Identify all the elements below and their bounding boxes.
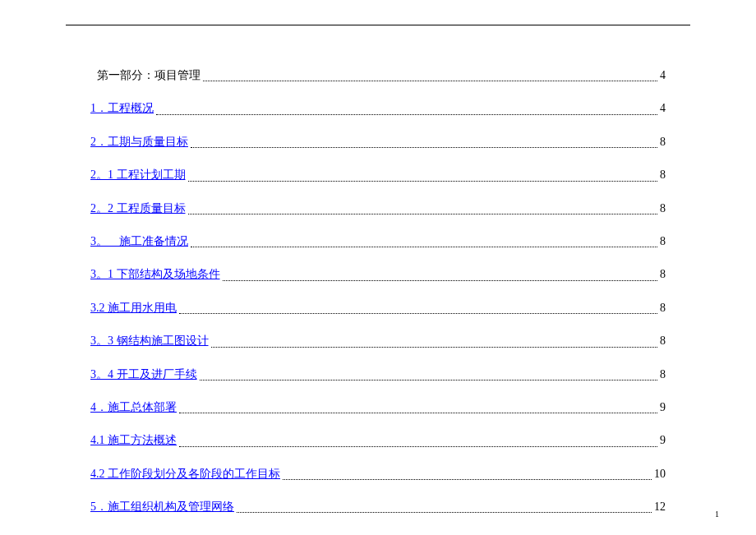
- toc-entry: 第一部分：项目管理4: [97, 67, 666, 85]
- toc-leader-dots: [237, 512, 652, 513]
- toc-link[interactable]: 3。1 下部结构及场地条件: [90, 265, 220, 284]
- toc-leader-dots: [179, 313, 657, 314]
- toc-leader-dots: [223, 280, 658, 281]
- toc-link[interactable]: 3。4 开工及进厂手续: [90, 366, 197, 384]
- toc-entry: 4.2 工作阶段划分及各阶段的工作目标10: [90, 465, 666, 483]
- toc-leader-dots: [211, 347, 658, 348]
- toc-entry: 3。4 开工及进厂手续8: [90, 366, 666, 384]
- toc-link[interactable]: 2。2 工程质量目标: [90, 200, 186, 218]
- toc-entry: 2。1 工程计划工期8: [90, 166, 666, 184]
- toc-page-number: 10: [654, 465, 666, 483]
- toc-link[interactable]: 5．施工组织机构及管理网络: [90, 498, 234, 516]
- toc-link: 第一部分：项目管理: [97, 67, 201, 85]
- toc-entry: 3。 施工准备情况8: [90, 233, 666, 251]
- horizontal-rule: [66, 25, 690, 25]
- toc-entry: 3.2 施工用水用电8: [90, 299, 666, 317]
- toc-link[interactable]: 3。 施工准备情况: [90, 233, 188, 251]
- toc-link[interactable]: 2．工期与质量目标: [90, 133, 188, 151]
- page-number: 1: [715, 510, 719, 519]
- table-of-contents: 第一部分：项目管理41．工程概况42．工期与质量目标82。1 工程计划工期82。…: [90, 67, 666, 516]
- toc-link[interactable]: 4．施工总体部署: [90, 399, 177, 417]
- toc-page-number: 8: [660, 233, 666, 251]
- toc-link[interactable]: 3.2 施工用水用电: [90, 299, 177, 317]
- toc-leader-dots: [188, 181, 658, 182]
- toc-leader-dots: [191, 147, 657, 148]
- toc-link[interactable]: 4.2 工作阶段划分及各阶段的工作目标: [90, 465, 280, 483]
- toc-leader-dots: [191, 247, 657, 247]
- toc-entry: 5．施工组织机构及管理网络12: [90, 498, 666, 516]
- toc-leader-dots: [283, 479, 652, 480]
- toc-entry: 3。3 钢结构施工图设计8: [90, 332, 666, 350]
- toc-page-number: 8: [660, 366, 666, 384]
- toc-link[interactable]: 4.1 施工方法概述: [90, 431, 177, 450]
- page-container: 第一部分：项目管理41．工程概况42．工期与质量目标82。1 工程计划工期82。…: [0, 0, 756, 516]
- toc-page-number: 9: [660, 431, 666, 450]
- toc-page-number: 4: [660, 99, 666, 118]
- toc-page-number: 9: [660, 399, 666, 417]
- toc-leader-dots: [156, 114, 657, 115]
- toc-page-number: 8: [660, 200, 666, 218]
- toc-page-number: 8: [660, 332, 666, 350]
- toc-entry: 2。2 工程质量目标8: [90, 200, 666, 218]
- toc-link[interactable]: 3。3 钢结构施工图设计: [90, 332, 209, 350]
- toc-entry: 4．施工总体部署9: [90, 399, 666, 417]
- toc-page-number: 8: [660, 299, 666, 317]
- toc-entry: 4.1 施工方法概述9: [90, 431, 666, 450]
- toc-leader-dots: [188, 214, 658, 214]
- toc-leader-dots: [179, 413, 657, 413]
- toc-page-number: 8: [660, 265, 666, 284]
- toc-leader-dots: [179, 446, 657, 447]
- toc-page-number: 4: [660, 67, 666, 85]
- toc-leader-dots: [203, 81, 657, 81]
- toc-entry: 3。1 下部结构及场地条件8: [90, 265, 666, 284]
- toc-page-number: 8: [660, 133, 666, 151]
- toc-entry: 2．工期与质量目标8: [90, 133, 666, 151]
- toc-link[interactable]: 2。1 工程计划工期: [90, 166, 186, 184]
- toc-leader-dots: [200, 380, 658, 380]
- toc-page-number: 12: [654, 498, 666, 516]
- toc-page-number: 8: [660, 166, 666, 184]
- toc-link[interactable]: 1．工程概况: [90, 99, 154, 118]
- toc-entry: 1．工程概况4: [90, 99, 666, 118]
